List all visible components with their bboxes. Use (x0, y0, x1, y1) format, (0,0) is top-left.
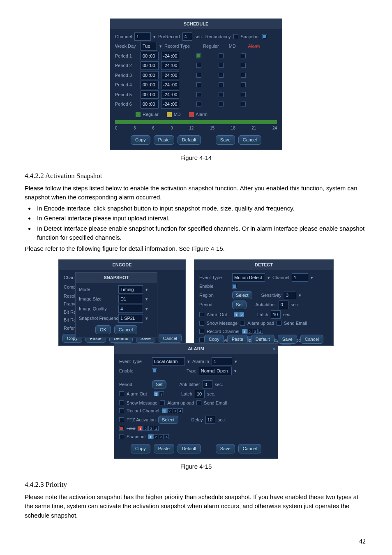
weekday-select[interactable]: Tue (141, 42, 157, 51)
alarm-antidither-input[interactable]: 0 (203, 380, 212, 389)
detect-antidither-input[interactable]: 0 (279, 301, 288, 309)
alarm-recordch-checkbox[interactable] (119, 408, 124, 413)
alarm-event-type-select[interactable]: Local Alarm (152, 357, 185, 366)
alarm-tour-label: Tour (127, 425, 135, 432)
period-md-checkbox[interactable] (219, 102, 224, 106)
snap-cancel-button[interactable]: Cancel (114, 325, 137, 335)
snap-freq-select[interactable]: 1 SP2L (118, 314, 143, 323)
period-end-input[interactable]: -24 :00 (161, 100, 179, 109)
period-md-checkbox[interactable] (219, 92, 224, 97)
detect-period-button[interactable]: Set (232, 301, 247, 309)
period-alarm-checkbox[interactable] (241, 73, 246, 78)
detect-alarmupload-checkbox[interactable] (240, 321, 245, 326)
period-start-input[interactable]: 00 :00 (141, 71, 159, 80)
prerecord-input[interactable]: 4 (182, 32, 192, 41)
alarm-alarmout-label: Alarm Out (127, 391, 151, 398)
period-regular-checkbox[interactable] (196, 102, 201, 106)
period-regular-checkbox[interactable] (196, 53, 201, 58)
alarm-type-select[interactable]: Normal Open (199, 367, 232, 375)
detect-recordch-channels[interactable]: 1234 (242, 329, 263, 334)
period-alarm-checkbox[interactable] (241, 53, 246, 58)
detect-paste-button[interactable]: Paste (227, 335, 248, 344)
period-md-checkbox[interactable] (219, 63, 224, 68)
detect-sensitivity-label: Sensitivity (261, 292, 282, 299)
alarm-sendemail-checkbox[interactable] (196, 400, 201, 405)
close-icon[interactable]: × (273, 345, 275, 352)
alarm-paste-button[interactable]: Paste (154, 444, 174, 453)
detect-latch-input[interactable]: 10 (271, 310, 281, 319)
period-start-input[interactable]: 00 :00 (141, 52, 159, 60)
encode-cancel-button[interactable]: Cancel (159, 334, 182, 343)
detect-recordch-checkbox[interactable] (199, 329, 204, 334)
alarm-tour-channels[interactable]: 1234 (138, 426, 159, 431)
alarm-period-button[interactable]: Set (152, 380, 166, 389)
period-regular-checkbox[interactable] (196, 73, 201, 78)
period-end-input[interactable]: -24 :00 (161, 52, 179, 60)
channel-select[interactable]: 1 (134, 32, 151, 41)
period-start-input[interactable]: 00 :00 (141, 81, 159, 89)
detect-enable-checkbox[interactable] (232, 284, 237, 289)
period-start-input[interactable]: 00 :00 (141, 61, 159, 70)
detect-channel-select[interactable]: 1 (292, 273, 308, 282)
period-start-input[interactable]: 00 :00 (141, 90, 159, 99)
alarm-copy-button[interactable]: Copy (131, 444, 150, 453)
detect-region-button[interactable]: Select (232, 291, 252, 300)
schedule-paste-button[interactable]: Paste (154, 135, 174, 145)
detect-sensitivity-select[interactable]: 3 (284, 291, 296, 300)
alarm-latch-input[interactable]: 10 (195, 390, 205, 398)
schedule-default-button[interactable]: Default (178, 135, 201, 145)
period-regular-checkbox[interactable] (196, 63, 201, 68)
snapshot-checkbox[interactable] (262, 34, 267, 39)
period-end-input[interactable]: -24 :00 (161, 71, 179, 80)
period-md-checkbox[interactable] (219, 82, 224, 87)
detect-latch-label: Latch (257, 311, 268, 318)
alarm-snapshot-channels[interactable]: 1234 (148, 434, 169, 439)
alarm-enable-checkbox[interactable] (152, 368, 157, 373)
redundancy-checkbox[interactable] (233, 34, 238, 39)
period-end-input[interactable]: -24 :00 (161, 81, 179, 89)
alarm-in-select[interactable]: 1 (212, 357, 232, 366)
snap-mode-select[interactable]: Timing (118, 285, 143, 294)
snap-ok-button[interactable]: OK (95, 325, 111, 335)
schedule-copy-button[interactable]: Copy (131, 135, 150, 145)
detect-region-label: Region (199, 292, 230, 299)
alarm-snapshot-checkbox[interactable] (119, 434, 124, 439)
alarm-delay-input[interactable]: 10 (205, 416, 215, 424)
alarm-alarmupload-checkbox[interactable] (160, 400, 165, 405)
alarm-ptz-checkbox[interactable] (119, 417, 124, 422)
alarm-default-button[interactable]: Default (178, 444, 201, 453)
alarm-recordch-channels[interactable]: 1234 (162, 408, 183, 413)
alarm-ptz-button[interactable]: Select (158, 416, 178, 424)
period-alarm-checkbox[interactable] (241, 82, 246, 87)
period-end-input[interactable]: -24 :00 (161, 61, 179, 70)
detect-alarmout-channels[interactable]: 12 (234, 312, 244, 317)
alarm-alarmout-channels[interactable]: 12 (154, 391, 164, 396)
schedule-save-button[interactable]: Save (216, 135, 235, 145)
snap-quality-select[interactable]: 4 (118, 305, 143, 313)
period-regular-checkbox[interactable] (196, 82, 201, 87)
detect-save-button[interactable]: Save (278, 335, 297, 344)
period-md-checkbox[interactable] (219, 53, 224, 58)
alarm-save-button[interactable]: Save (216, 444, 235, 453)
detect-alarmout-checkbox[interactable] (199, 312, 204, 317)
alarm-cancel-button[interactable]: Cancel (238, 444, 261, 453)
period-start-input[interactable]: 00 :00 (141, 100, 159, 109)
detect-showmsg-checkbox[interactable] (199, 321, 204, 326)
period-end-input[interactable]: -24 :00 (161, 90, 179, 99)
detect-copy-button[interactable]: Copy (204, 335, 224, 344)
detect-default-button[interactable]: Default (251, 335, 274, 344)
alarm-showmsg-checkbox[interactable] (119, 400, 124, 405)
period-regular-checkbox[interactable] (196, 92, 201, 97)
alarm-alarmout-checkbox[interactable] (119, 391, 124, 396)
prerecord-label: PreRecord (158, 33, 180, 40)
alarm-tour-checkbox[interactable] (119, 426, 124, 431)
period-md-checkbox[interactable] (219, 73, 224, 78)
detect-event-type-select[interactable]: Motion Detect (232, 273, 265, 282)
detect-sendemail-checkbox[interactable] (277, 321, 281, 326)
period-alarm-checkbox[interactable] (241, 63, 246, 68)
schedule-cancel-button[interactable]: Cancel (238, 135, 261, 145)
period-alarm-checkbox[interactable] (241, 92, 246, 97)
snap-size-select[interactable]: D1 (118, 295, 143, 303)
period-alarm-checkbox[interactable] (241, 102, 246, 106)
detect-cancel-button[interactable]: Cancel (300, 335, 323, 344)
